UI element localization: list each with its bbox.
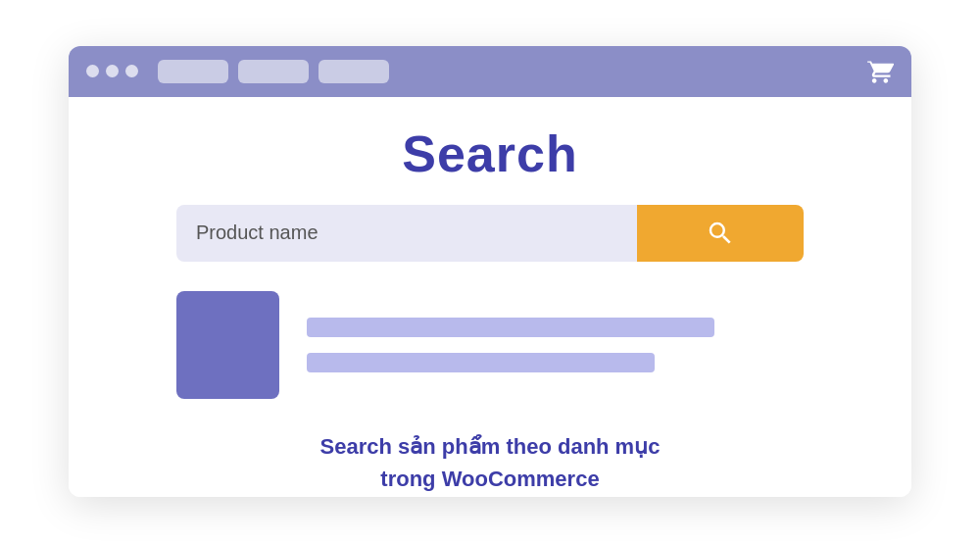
result-row [176, 291, 804, 399]
main-content: Search Search sản phẩm theo danh mục tro… [69, 97, 911, 497]
nav-pills [158, 60, 866, 83]
product-title-line [307, 318, 714, 337]
product-lines [307, 318, 804, 372]
title-bar [69, 46, 911, 97]
minimize-button[interactable] [106, 65, 119, 77]
maximize-button[interactable] [125, 65, 138, 77]
browser-window: Search Search sản phẩm theo danh mục tro… [69, 46, 911, 497]
nav-pill-3[interactable] [318, 60, 389, 83]
product-subtitle-line [307, 353, 655, 372]
nav-pill-2[interactable] [238, 60, 309, 83]
caption: Search sản phẩm theo danh mục trong WooC… [320, 430, 661, 495]
search-input[interactable] [176, 205, 637, 262]
traffic-lights [86, 65, 138, 77]
caption-line2: trong WooCommerce [320, 463, 661, 495]
cart-icon[interactable] [866, 58, 894, 85]
page-title: Search [402, 124, 577, 183]
product-thumbnail [176, 291, 279, 399]
search-bar [176, 205, 804, 262]
caption-line1: Search sản phẩm theo danh mục [320, 430, 661, 463]
nav-pill-1[interactable] [158, 60, 228, 83]
search-icon [706, 219, 735, 248]
search-button[interactable] [637, 205, 804, 262]
close-button[interactable] [86, 65, 99, 77]
